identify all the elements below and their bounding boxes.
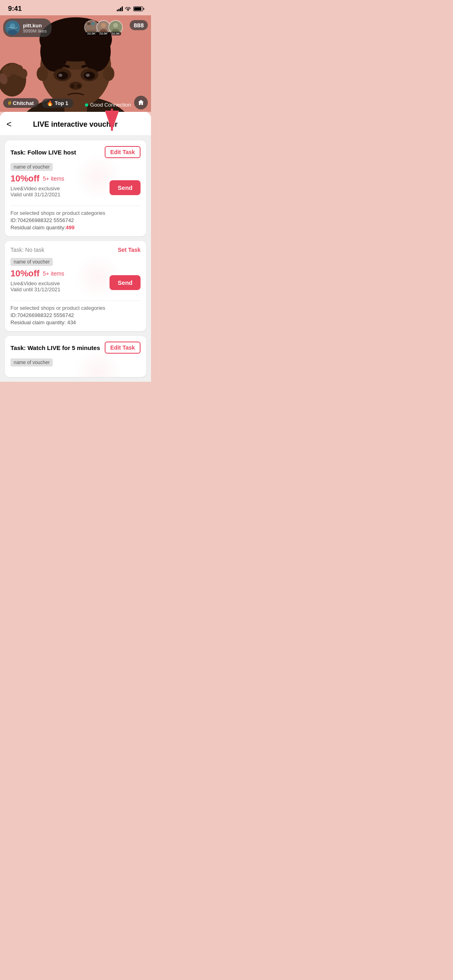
send-button-1[interactable]: Send	[110, 180, 141, 195]
wifi-icon	[125, 6, 131, 12]
voucher-card-2: Task: No task Set Task name of voucher 1…	[5, 241, 146, 331]
panel-header: < LIVE interactive voucher	[0, 112, 151, 136]
home-icon-btn[interactable]	[134, 96, 148, 109]
valid-text-1: Valid until 31/12/2021	[10, 191, 105, 198]
residual-text-2: Residual claim quantity: 434	[10, 319, 141, 325]
exclusive-text-1: Live&Video exclusive	[10, 185, 105, 191]
voucher-card-1: Task: Follow LIVE host Edit Task name of…	[5, 140, 146, 236]
task-label-1: Task: Follow LIVE host	[10, 149, 76, 156]
viewer-avatars: 22.5K 22.5K 22.5K	[84, 20, 123, 35]
voucher-card-3: Task: Watch LIVE for 5 minutes Edit Task…	[5, 336, 146, 377]
svg-point-15	[86, 74, 90, 77]
items-text-1: 5+ items	[43, 175, 64, 182]
voucher-badge-3: name of voucher	[10, 358, 53, 366]
tag-top: 🔥 Top 1	[42, 99, 73, 108]
streamer-name: pitt.kun	[23, 23, 47, 29]
shops-text-1: For selected shops or product categories	[10, 210, 141, 216]
edit-task-button-3[interactable]: Edit Task	[105, 342, 141, 354]
svg-point-33	[101, 23, 106, 28]
status-icons	[117, 6, 143, 12]
svg-point-17	[70, 84, 74, 88]
svg-rect-30	[87, 23, 91, 25]
discount-text-2: 10%off	[10, 268, 39, 279]
discount-text-1: 10%off	[10, 173, 39, 184]
send-button-2[interactable]: Send	[110, 275, 141, 290]
valid-text-2: Valid until 31/12/2021	[10, 286, 105, 292]
residual-qty-1: 499	[66, 224, 74, 231]
divider-2	[10, 301, 141, 301]
items-text-2: 5+ items	[43, 270, 64, 277]
hashtag-icon: #	[8, 100, 11, 106]
svg-point-8	[37, 66, 48, 81]
svg-point-36	[113, 23, 118, 28]
svg-rect-31	[91, 23, 95, 25]
signal-icon	[117, 6, 123, 11]
task-label-3: Task: Watch LIVE for 5 minutes	[10, 344, 100, 351]
shops-text-2: For selected shops or product categories	[10, 305, 141, 311]
svg-point-18	[77, 84, 81, 88]
streamer-info[interactable]: pitt.kun 9999M likes	[3, 19, 52, 37]
connection-status: Good Connection	[85, 102, 131, 108]
tags-row: # Chitchat 🔥 Top 1	[3, 98, 73, 108]
voucher-badge-1: name of voucher	[10, 163, 53, 171]
svg-point-23	[19, 69, 27, 78]
back-button[interactable]: <	[6, 119, 16, 130]
set-task-button-2[interactable]: Set Task	[118, 247, 141, 253]
main-panel: < LIVE interactive voucher Task: Follow …	[0, 112, 151, 382]
streamer-avatar	[5, 21, 20, 35]
id-text-2: ID:704266988322 5556742	[10, 312, 141, 318]
svg-point-14	[58, 74, 62, 77]
battery-icon	[133, 6, 143, 11]
task-label-2: Task: No task	[10, 247, 44, 253]
divider-1	[10, 206, 141, 206]
arrow-indicator	[102, 109, 122, 138]
stream-area: pitt.kun 9999M likes 888 22.5K 22.5K	[0, 15, 151, 112]
tag-chitchat: # Chitchat	[3, 98, 39, 108]
svg-point-9	[103, 66, 114, 81]
edit-task-button-1[interactable]: Edit Task	[105, 146, 141, 158]
streamer-likes: 9999M likes	[23, 29, 47, 33]
fire-icon: 🔥	[47, 100, 53, 106]
voucher-badge-2: name of voucher	[10, 258, 53, 266]
id-text-1: ID:704266988322 5556742	[10, 217, 141, 223]
residual-text-1: Residual claim quantity:499	[10, 224, 141, 231]
status-time: 9:41	[8, 5, 22, 13]
exclusive-text-2: Live&Video exclusive	[10, 280, 105, 286]
viewer-count: 888	[130, 20, 148, 30]
status-bar: 9:41	[0, 0, 151, 15]
voucher-list: Task: Follow LIVE host Edit Task name of…	[0, 136, 151, 382]
connection-dot	[85, 103, 88, 107]
